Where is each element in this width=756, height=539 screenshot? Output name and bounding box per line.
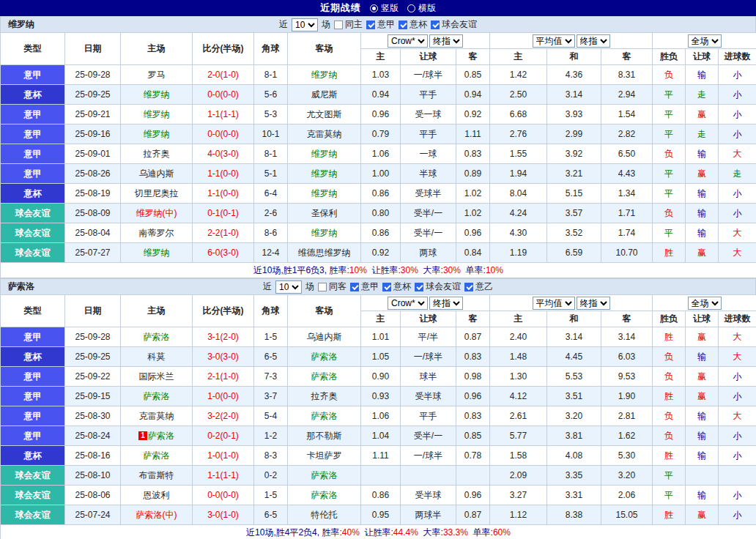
odds-source-select[interactable]: 平均值 (533, 297, 575, 310)
summary-segment: 10% (349, 265, 367, 275)
odds-source-select[interactable]: 终指 (577, 297, 610, 310)
filter-checkbox[interactable]: 意乙 (464, 280, 493, 293)
away-team: 克雷莫纳 (288, 124, 361, 144)
crown-handicap: 一/球半 (401, 347, 456, 367)
odds-source-select[interactable]: 终指 (577, 34, 610, 48)
match-date: 25-07-27 (65, 243, 121, 263)
odds-group-header: 全场 (653, 295, 756, 311)
result-handicap: 输 (686, 184, 719, 204)
result-handicap: 走 (686, 124, 719, 144)
corners: 12-4 (254, 243, 288, 263)
layout-radio-horizontal[interactable]: 横版 (407, 2, 436, 15)
crown-away-odds: 0.84 (456, 243, 490, 263)
result-goals: 小 (719, 85, 756, 105)
result-handicap: 走 (686, 85, 719, 105)
avg-home-odds: 1.55 (490, 144, 547, 164)
corners: 3-7 (254, 387, 288, 406)
filter-checkbox[interactable]: 同客 (318, 280, 346, 293)
away-team: 尤文图斯 (288, 105, 361, 124)
league-badge: 意甲 (1, 406, 65, 426)
result-wdl: 负 (653, 347, 686, 367)
crown-handicap: 受半/一 (401, 426, 456, 446)
league-badge: 意甲 (1, 367, 65, 387)
avg-away-odds: 1.71 (601, 204, 653, 223)
avg-home-odds: 1.19 (490, 243, 547, 263)
match-score: 3-2(2-0) (193, 406, 254, 426)
corners: 6-5 (254, 347, 288, 367)
match-row: 球会友谊25-08-09维罗纳(中)0-1(0-1)2-6圣保利0.80受半/一… (1, 204, 756, 223)
match-row: 意甲25-09-21维罗纳1-1(1-1)5-3尤文图斯0.96受一球0.926… (1, 105, 756, 124)
match-date: 25-08-26 (65, 164, 121, 184)
avg-away-odds: 3.14 (601, 327, 653, 347)
home-team: 克雷莫纳 (121, 406, 193, 426)
filter-checkbox[interactable]: 意杯 (399, 18, 427, 31)
odds-source-select[interactable]: Crow* (388, 297, 428, 310)
match-score: 4-0(3-0) (193, 144, 254, 164)
crown-away-odds: 0.83 (456, 347, 490, 367)
odds-group-header: Crow*终指 (361, 295, 490, 311)
result-wdl: 胜 (653, 243, 686, 263)
avg-draw-odds: 3.20 (547, 406, 601, 426)
results-table: 类型日期主场比分(半场)角球客场Crow*终指平均值终指全场主让球客主和客胜负让… (0, 32, 756, 278)
filter-checkbox[interactable]: 同主 (334, 18, 363, 31)
odds-source-select[interactable]: Crow* (388, 34, 428, 48)
league-badge: 球会友谊 (1, 486, 65, 505)
recent-count-select[interactable]: 10 (275, 280, 302, 294)
odds-col-header: 和 (547, 311, 601, 327)
match-date: 25-09-28 (65, 65, 121, 85)
match-date: 25-09-15 (65, 387, 121, 406)
crown-away-odds: 0.98 (456, 367, 490, 387)
odds-source-select[interactable]: 全场 (688, 34, 722, 48)
filter-checkbox[interactable]: 意杯 (382, 280, 411, 293)
checkbox-label: 意杯 (410, 18, 427, 31)
odds-source-select[interactable]: 全场 (688, 297, 722, 310)
crown-handicap (401, 466, 456, 486)
col-header: 主场 (121, 295, 193, 327)
layout-radio-vertical[interactable]: 竖版 (370, 2, 399, 15)
filter-checkbox[interactable]: 球会友谊 (415, 280, 461, 293)
avg-away-odds: 6.03 (601, 347, 653, 367)
filter-checkbox[interactable]: 意甲 (350, 280, 379, 293)
avg-home-odds: 4.12 (490, 387, 547, 406)
odds-col-header: 让球 (401, 311, 456, 327)
filter-checkbox[interactable]: 意甲 (366, 18, 395, 31)
match-score: 0-1(0-1) (193, 204, 254, 223)
avg-home-odds: 2.09 (490, 466, 547, 486)
crown-home-odds: 0.96 (361, 105, 401, 124)
recent-count-select[interactable]: 10 (292, 18, 318, 31)
crown-away-odds: 0.96 (456, 223, 490, 243)
home-team: 萨索洛(中) (121, 505, 193, 525)
col-header: 主场 (121, 33, 193, 65)
result-wdl: 负 (653, 426, 686, 446)
crown-home-odds (361, 466, 401, 486)
odds-source-select[interactable]: 终指 (429, 34, 463, 48)
league-badge: 意杯 (1, 85, 65, 105)
crown-home-odds: 0.90 (361, 367, 401, 387)
result-goals: 大 (719, 223, 756, 243)
avg-away-odds: 2.06 (601, 486, 653, 505)
result-goals: 小 (719, 124, 756, 144)
crown-away-odds: 0.87 (456, 327, 490, 347)
crown-handicap: 球半 (401, 367, 456, 387)
crown-home-odds: 1.06 (361, 406, 401, 426)
crown-away-odds: 0.78 (456, 446, 490, 466)
odds-source-select[interactable]: 平均值 (533, 34, 575, 48)
away-team: 拉齐奥 (288, 387, 361, 406)
result-handicap: 赢 (686, 327, 719, 347)
result-handicap: 输 (686, 406, 719, 426)
filter-checkbox[interactable]: 球会友谊 (431, 18, 477, 31)
checkbox-icon (350, 283, 359, 291)
match-row: 球会友谊25-08-10布雷斯特1-1(1-1)0-2萨索洛2.093.353.… (1, 466, 756, 486)
result-goals: 大 (719, 406, 756, 426)
odds-source-select[interactable]: 终指 (429, 297, 463, 310)
checkbox-label: 意杯 (393, 280, 411, 293)
avg-away-odds: 1.90 (601, 387, 653, 406)
summary-segment: 33.3% (443, 527, 468, 538)
league-badge: 球会友谊 (1, 204, 65, 223)
team-section: 维罗纳近10场同主意甲意杯球会友谊类型日期主场比分(半场)角球客场Crow*终指… (0, 16, 756, 278)
match-score: 1-1(0-0) (193, 164, 254, 184)
result-wdl: 平 (653, 486, 686, 505)
home-team: 维罗纳 (121, 85, 193, 105)
team-section: 萨索洛近10场同客意甲意杯球会友谊意乙类型日期主场比分(半场)角球客场Crow*… (0, 278, 756, 539)
crown-handicap: 一球 (401, 144, 456, 164)
